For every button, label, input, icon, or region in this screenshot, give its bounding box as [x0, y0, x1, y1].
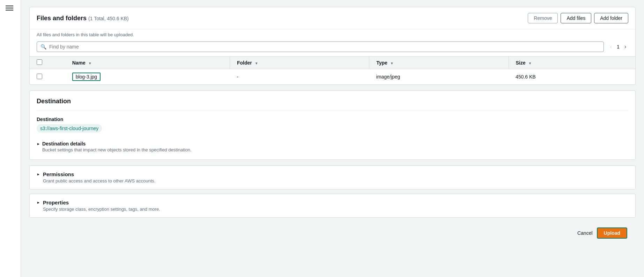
destination-link[interactable]: s3://aws-first-cloud-journey — [37, 124, 102, 133]
destination-details-title[interactable]: Destination details — [42, 141, 628, 147]
destination-label: Destination — [37, 117, 628, 122]
col-header-folder: Folder ▼ — [230, 57, 369, 69]
search-input[interactable] — [49, 44, 600, 50]
col-header-size: Size ▼ — [509, 57, 635, 69]
permissions-expand-icon: ► — [37, 172, 40, 176]
remove-button[interactable]: Remove — [528, 13, 558, 23]
pagination-prev-button[interactable]: ‹ — [608, 43, 614, 51]
file-name: blog-3.jpg — [72, 73, 101, 81]
pagination: ‹ 1 › — [608, 43, 628, 51]
files-panel-title: Files and folders (1 Total, 450.6 KB) — [37, 15, 129, 22]
destination-details-description: Bucket settings that impact new objects … — [42, 147, 628, 152]
destination-details-section: ► Destination details Bucket settings th… — [37, 141, 628, 152]
expand-icon[interactable]: ► — [37, 142, 40, 146]
sidebar — [0, 0, 21, 277]
row-folder-cell: - — [230, 69, 369, 85]
properties-label: Properties — [43, 200, 160, 205]
row-checkbox-cell — [30, 69, 65, 85]
hamburger-menu[interactable] — [6, 6, 15, 10]
size-sort-icon[interactable]: ▼ — [528, 61, 532, 65]
files-panel-header: Files and folders (1 Total, 450.6 KB) Re… — [30, 7, 635, 29]
permissions-description: Grant public access and access to other … — [43, 178, 156, 184]
properties-expand-icon: ► — [37, 201, 40, 204]
files-panel-title-group: Files and folders (1 Total, 450.6 KB) — [37, 15, 129, 22]
footer: Cancel Upload — [29, 222, 636, 244]
properties-description: Specify storage class, encryption settin… — [43, 207, 160, 212]
select-all-checkbox[interactable] — [37, 59, 42, 65]
name-sort-icon[interactable]: ▼ — [88, 61, 92, 65]
col-header-type: Type ▼ — [369, 57, 509, 69]
destination-panel: Destination Destination s3://aws-first-c… — [29, 90, 636, 160]
permissions-header[interactable]: ► Permissions Grant public access and ac… — [37, 171, 628, 184]
properties-header[interactable]: ► Properties Specify storage class, encr… — [37, 200, 628, 212]
pagination-current: 1 — [617, 44, 620, 50]
type-sort-icon[interactable]: ▼ — [390, 61, 394, 65]
pagination-next-button[interactable]: › — [622, 43, 628, 51]
add-files-button[interactable]: Add files — [561, 13, 591, 23]
files-panel-description: All files and folders in this table will… — [30, 29, 635, 37]
table-header-row: Name ▼ Folder ▼ Type ▼ Size ▼ — [30, 57, 635, 69]
search-container: 🔍 ‹ 1 › — [30, 37, 635, 56]
destination-divider — [37, 111, 628, 111]
row-checkbox[interactable] — [37, 74, 42, 79]
row-name-cell: blog-3.jpg — [65, 69, 230, 85]
add-folder-button[interactable]: Add folder — [594, 13, 628, 23]
expandable-content: Destination details Bucket settings that… — [42, 141, 628, 152]
search-icon: 🔍 — [40, 44, 46, 50]
files-panel-summary: (1 Total, 450.6 KB) — [88, 16, 129, 21]
select-all-header — [30, 57, 65, 69]
table-row: blog-3.jpg - image/jpeg 450.6 KB — [30, 69, 635, 85]
cancel-label[interactable]: Cancel — [577, 230, 593, 236]
permissions-content: Permissions Grant public access and acce… — [43, 171, 156, 184]
files-table: Name ▼ Folder ▼ Type ▼ Size ▼ — [30, 56, 635, 84]
properties-section: ► Properties Specify storage class, encr… — [29, 194, 636, 218]
row-type-cell: image/jpeg — [369, 69, 509, 85]
folder-sort-icon[interactable]: ▼ — [255, 61, 258, 65]
main-content: Files and folders (1 Total, 450.6 KB) Re… — [21, 0, 644, 277]
col-header-name: Name ▼ — [65, 57, 230, 69]
destination-title: Destination — [37, 98, 628, 105]
row-size-cell: 450.6 KB — [509, 69, 635, 85]
search-box: 🔍 — [37, 42, 604, 52]
files-and-folders-panel: Files and folders (1 Total, 450.6 KB) Re… — [29, 7, 636, 85]
files-panel-actions: Remove Add files Add folder — [528, 13, 628, 23]
permissions-section: ► Permissions Grant public access and ac… — [29, 165, 636, 189]
upload-button[interactable]: Upload — [597, 227, 627, 239]
permissions-label: Permissions — [43, 171, 156, 177]
properties-content: Properties Specify storage class, encryp… — [43, 200, 160, 212]
